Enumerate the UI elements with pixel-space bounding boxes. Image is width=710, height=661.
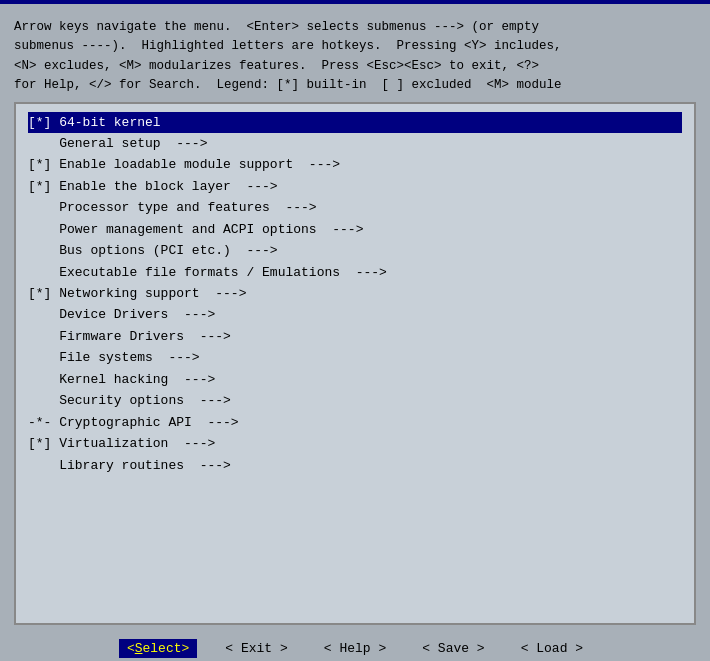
bracket-close: > <box>371 641 387 656</box>
info-line: for Help, </> for Search. Legend: [*] bu… <box>14 76 696 95</box>
menu-item-firmware-drivers[interactable]: Firmware Drivers ---> <box>28 326 682 347</box>
bracket-close: > <box>182 641 190 656</box>
menu-item-processor-type[interactable]: Processor type and features ---> <box>28 197 682 218</box>
bracket-open: < <box>225 641 241 656</box>
bracket-open: < <box>521 641 537 656</box>
menu-item-virtualization[interactable]: [*] Virtualization ---> <box>28 433 682 454</box>
info-line: Arrow keys navigate the menu. <Enter> se… <box>14 18 696 37</box>
menu-item-security-options[interactable]: Security options ---> <box>28 390 682 411</box>
select-btn[interactable]: <Select> <box>119 639 197 658</box>
menu-item-power-mgmt[interactable]: Power management and ACPI options ---> <box>28 219 682 240</box>
info-line: submenus ----). Highlighted letters are … <box>14 37 696 56</box>
menu-item-networking[interactable]: [*] Networking support ---> <box>28 283 682 304</box>
load-btn[interactable]: < Load > <box>513 639 591 658</box>
bracket-close: > <box>469 641 485 656</box>
bracket-open: < <box>127 641 135 656</box>
menu-item-block-layer[interactable]: [*] Enable the block layer ---> <box>28 176 682 197</box>
title-bar <box>0 0 710 4</box>
menu-item-kernel-hacking[interactable]: Kernel hacking ---> <box>28 369 682 390</box>
menu-item-loadable-module[interactable]: [*] Enable loadable module support ---> <box>28 154 682 175</box>
bracket-close: > <box>272 641 288 656</box>
info-text: Arrow keys navigate the menu. <Enter> se… <box>10 18 700 96</box>
menu-item-cryptographic-api[interactable]: -*- Cryptographic API ---> <box>28 412 682 433</box>
menu-item-file-systems[interactable]: File systems ---> <box>28 347 682 368</box>
bracket-close: > <box>567 641 583 656</box>
save-btn-label: Save <box>438 641 469 656</box>
bracket-open: < <box>422 641 438 656</box>
menu-box: [*] 64-bit kernel General setup --->[*] … <box>14 102 696 626</box>
info-line: <N> excludes, <M> modularizes features. … <box>14 57 696 76</box>
help-btn-label: Help <box>339 641 370 656</box>
bottom-bar: <Select>< Exit >< Help >< Save >< Load > <box>0 631 710 661</box>
select-btn-label: Select <box>135 641 182 656</box>
menu-item-executable-formats[interactable]: Executable file formats / Emulations ---… <box>28 262 682 283</box>
menu-item-64bit-kernel[interactable]: [*] 64-bit kernel <box>28 112 682 133</box>
load-btn-label: Load <box>536 641 567 656</box>
exit-btn[interactable]: < Exit > <box>217 639 295 658</box>
kernel-config-header <box>10 10 700 14</box>
menu-item-device-drivers[interactable]: Device Drivers ---> <box>28 304 682 325</box>
bracket-open: < <box>324 641 340 656</box>
menu-item-library-routines[interactable]: Library routines ---> <box>28 455 682 476</box>
menu-item-bus-options[interactable]: Bus options (PCI etc.) ---> <box>28 240 682 261</box>
exit-btn-label: Exit <box>241 641 272 656</box>
menu-item-general-setup[interactable]: General setup ---> <box>28 133 682 154</box>
help-btn[interactable]: < Help > <box>316 639 394 658</box>
save-btn[interactable]: < Save > <box>414 639 492 658</box>
